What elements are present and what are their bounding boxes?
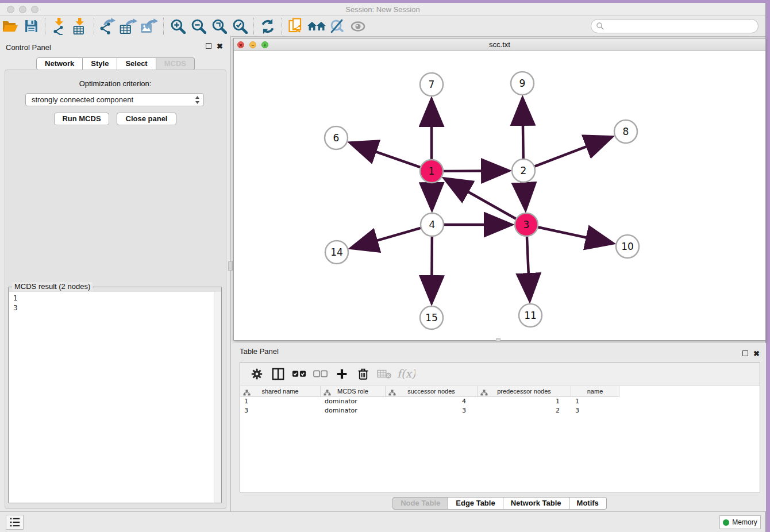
graph-node-14[interactable]: 14	[325, 241, 348, 264]
node-label: 2	[521, 165, 527, 176]
panel-splitter-handle[interactable]	[228, 261, 233, 271]
graph-node-1[interactable]: 1	[420, 160, 443, 183]
table-tab-motifs[interactable]: Motifs	[569, 497, 607, 510]
graph-node-7[interactable]: 7	[420, 73, 443, 96]
network-resize-handle[interactable]	[496, 338, 500, 342]
search-box[interactable]	[591, 19, 759, 33]
table-tab-edge-table[interactable]: Edge Table	[448, 497, 503, 510]
table-cell[interactable]: 4	[386, 397, 478, 406]
table-row[interactable]: 3dominator323	[240, 406, 619, 415]
edge-1-6[interactable]	[352, 144, 421, 168]
network-canvas[interactable]: 7968124314101511	[234, 51, 765, 340]
table-cell[interactable]: 1	[478, 397, 571, 406]
search-input[interactable]	[607, 22, 751, 30]
window-title: Session: New Session	[0, 5, 765, 14]
table-tab-node-table[interactable]: Node Table	[392, 497, 448, 510]
table-cell[interactable]: dominator	[321, 406, 386, 415]
table-cell[interactable]: 2	[478, 406, 571, 415]
control-tab-select[interactable]: Select	[117, 57, 156, 70]
column-header-name[interactable]: name	[571, 386, 619, 397]
zoom-in-icon[interactable]	[167, 17, 188, 36]
toolbar-separator	[94, 18, 94, 35]
memory-button[interactable]: Memory	[719, 515, 761, 529]
graph-node-4[interactable]: 4	[421, 213, 444, 236]
table-tab-network-table[interactable]: Network Table	[503, 497, 569, 510]
table-panel-float-button[interactable]	[741, 350, 749, 357]
window-titlebar: Session: New Session	[0, 3, 765, 16]
table-row[interactable]: 1dominator411	[240, 397, 619, 406]
mcds-result-line: 1	[13, 294, 221, 303]
export-image-icon[interactable]	[139, 17, 160, 36]
edge-3-1[interactable]	[446, 179, 516, 219]
column-header-predecessor-nodes[interactable]: predecessor nodes	[478, 386, 571, 397]
float-icon	[742, 350, 748, 356]
control-tab-mcds[interactable]: MCDS	[156, 57, 195, 70]
column-header-successor-nodes[interactable]: successor nodes	[386, 386, 478, 397]
toolbar-separator	[163, 18, 164, 35]
control-tab-network[interactable]: Network	[36, 57, 83, 70]
network-window-titlebar[interactable]: ✕ − + scc.txt	[234, 38, 765, 51]
graph-node-15[interactable]: 15	[420, 306, 443, 329]
table-options-icon[interactable]	[246, 365, 267, 383]
edge-2-9[interactable]	[522, 100, 523, 159]
table-cell[interactable]: 3	[571, 406, 619, 415]
control-panel-close-button[interactable]: ✖	[216, 43, 224, 50]
refresh-network-icon[interactable]	[257, 17, 278, 36]
zoom-selected-icon[interactable]	[229, 17, 250, 36]
column-header-shared-name[interactable]: shared name	[240, 386, 321, 397]
graph-node-2[interactable]: 2	[512, 159, 535, 182]
delete-column-icon[interactable]	[352, 365, 374, 383]
node-label: 15	[425, 312, 438, 323]
graph-node-3[interactable]: 3	[515, 213, 538, 236]
edge-3-11[interactable]	[527, 236, 530, 299]
search-icon	[596, 22, 605, 30]
table-panel-close-button[interactable]: ✖	[753, 350, 760, 357]
zoom-out-icon[interactable]	[188, 17, 209, 36]
edge-4-14[interactable]	[353, 228, 421, 248]
edge-4-15[interactable]	[432, 236, 432, 301]
graph-node-6[interactable]: 6	[325, 126, 348, 149]
table-cell[interactable]: dominator	[321, 397, 386, 406]
deselect-all-rows-icon[interactable]	[310, 365, 331, 383]
export-network-icon[interactable]	[98, 17, 118, 36]
control-panel-tabs: NetworkStyleSelectMCDS	[0, 57, 231, 70]
column-header-MCDS-role[interactable]: MCDS role	[321, 386, 386, 397]
control-tab-style[interactable]: Style	[83, 57, 117, 70]
clone-network-icon[interactable]	[286, 17, 306, 36]
add-column-icon[interactable]	[331, 365, 352, 383]
table-cell[interactable]: 3	[386, 406, 478, 415]
edge-1-2[interactable]	[443, 171, 507, 171]
graph-node-11[interactable]: 11	[519, 304, 542, 327]
table-cell[interactable]: 1	[240, 397, 321, 406]
network-graph: 7968124314101511	[234, 51, 765, 340]
table-header-row: shared nameMCDS rolesuccessor nodesprede…	[240, 386, 619, 397]
edge-3-10[interactable]	[538, 227, 611, 243]
show-all-icon[interactable]	[348, 17, 368, 36]
mcds-result-list[interactable]: 13	[9, 292, 221, 503]
table-panel-title: Table Panel	[240, 347, 279, 356]
export-table-icon[interactable]	[118, 17, 139, 36]
task-history-button[interactable]	[6, 515, 24, 530]
node-label: 14	[330, 246, 343, 258]
graph-node-10[interactable]: 10	[616, 235, 639, 258]
edge-2-8[interactable]	[534, 137, 610, 167]
graph-node-8[interactable]: 8	[614, 120, 637, 143]
import-network-icon[interactable]	[49, 17, 70, 36]
save-session-icon[interactable]	[21, 17, 41, 36]
toggle-panel-mode-icon[interactable]	[267, 365, 288, 383]
import-table-icon[interactable]	[70, 17, 90, 36]
run-mcds-button[interactable]: Run MCDS	[54, 113, 109, 125]
open-session-icon[interactable]	[0, 17, 21, 36]
criterion-dropdown[interactable]: strongly connected component	[25, 93, 204, 106]
zoom-fit-icon[interactable]	[209, 17, 229, 36]
graph-node-9[interactable]: 9	[511, 72, 534, 95]
table-cell[interactable]: 1	[571, 397, 619, 406]
edge-2-3[interactable]	[524, 182, 525, 208]
table-cell[interactable]: 3	[240, 406, 321, 415]
hide-selected-icon[interactable]	[327, 17, 348, 36]
result-scrollbar[interactable]	[214, 292, 221, 503]
first-neighbors-icon[interactable]	[306, 17, 327, 36]
control-panel-float-button[interactable]	[205, 43, 212, 50]
select-all-rows-icon[interactable]	[288, 365, 310, 383]
close-panel-button[interactable]: Close panel	[117, 113, 176, 125]
